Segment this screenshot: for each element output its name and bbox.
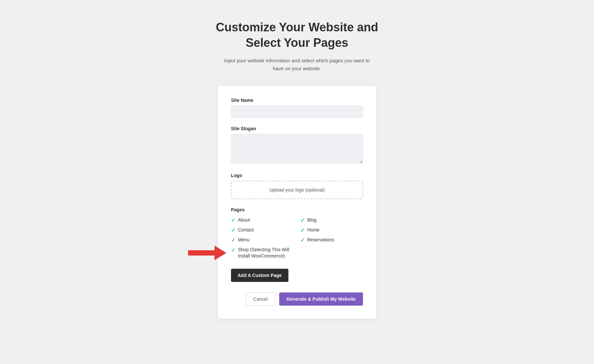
page-item-about[interactable]: ✓ About bbox=[231, 217, 294, 224]
page-item-menu[interactable]: ✓ Menu bbox=[231, 237, 294, 243]
page-label-blog: Blog bbox=[307, 217, 316, 224]
page-label-menu: Menu bbox=[238, 237, 249, 243]
site-slogan-label: Site Slogan bbox=[231, 126, 363, 131]
check-icon-reservations: ✓ bbox=[300, 237, 305, 243]
logo-field-group: Logo Upload your logo (optional) bbox=[231, 173, 363, 199]
page-item-contact[interactable]: ✓ Contact bbox=[231, 227, 294, 233]
check-icon-contact: ✓ bbox=[231, 227, 235, 233]
check-icon-home: ✓ bbox=[300, 227, 305, 233]
add-custom-page-button[interactable]: Add A Custom Page bbox=[231, 269, 288, 282]
form-actions: Cancel Generate & Publish My Website bbox=[231, 292, 363, 306]
logo-upload-area[interactable]: Upload your logo (optional) bbox=[231, 181, 363, 199]
arrow-head bbox=[214, 246, 226, 260]
site-name-label: Site Name bbox=[231, 98, 363, 103]
page-item-blog[interactable]: ✓ Blog bbox=[300, 217, 363, 224]
pages-label: Pages bbox=[231, 207, 363, 212]
check-icon-shop: ✓ bbox=[231, 247, 235, 253]
site-slogan-field-group: Site Slogan bbox=[231, 126, 363, 165]
check-icon-about: ✓ bbox=[231, 217, 235, 224]
page-subtitle: Input your website information and selec… bbox=[221, 57, 373, 73]
site-slogan-input[interactable] bbox=[231, 134, 363, 164]
page-label-home: Home bbox=[307, 227, 319, 233]
generate-publish-button[interactable]: Generate & Publish My Website bbox=[279, 292, 363, 306]
arrow-tail bbox=[188, 250, 214, 256]
page-label-contact: Contact bbox=[238, 227, 254, 233]
page-label-reservations: Reservations bbox=[307, 237, 334, 243]
page-item-shop[interactable]: ✓ Shop (Selecting This Will Install WooC… bbox=[231, 247, 294, 259]
pages-grid: ✓ About ✓ Blog ✓ Contact ✓ Home ✓ Menu bbox=[231, 217, 363, 259]
page-header: Customize Your Website and Select Your P… bbox=[216, 20, 378, 73]
page-label-shop: Shop (Selecting This Will Install WooCom… bbox=[238, 247, 294, 259]
form-card: Site Name Site Slogan Logo Upload your l… bbox=[218, 86, 376, 319]
page-item-reservations[interactable]: ✓ Reservations bbox=[300, 237, 363, 243]
pages-section: Pages ✓ About ✓ Blog ✓ Contact ✓ Home bbox=[231, 207, 363, 259]
page-title: Customize Your Website and Select Your P… bbox=[216, 20, 378, 51]
check-icon-blog: ✓ bbox=[300, 217, 305, 224]
arrow-indicator bbox=[188, 246, 226, 260]
site-name-input[interactable] bbox=[231, 106, 363, 118]
page-item-home[interactable]: ✓ Home bbox=[300, 227, 363, 233]
site-name-field-group: Site Name bbox=[231, 98, 363, 118]
logo-label: Logo bbox=[231, 173, 363, 178]
check-icon-menu: ✓ bbox=[231, 237, 235, 243]
page-label-about: About bbox=[238, 217, 250, 224]
cancel-button[interactable]: Cancel bbox=[246, 292, 276, 306]
